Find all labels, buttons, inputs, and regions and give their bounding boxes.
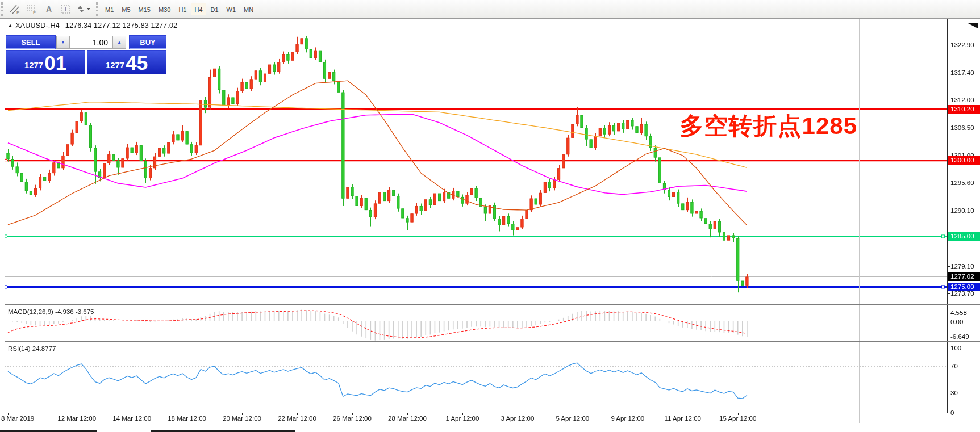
- tab-timeframe-m30[interactable]: M30: [155, 3, 174, 15]
- ask-price-prefix: 1277: [106, 58, 124, 73]
- collapse-arrow-icon[interactable]: ▲: [8, 23, 12, 28]
- price-axis-label: 1312.00: [950, 96, 974, 104]
- annotation-text: 多空转折点1285: [680, 110, 857, 142]
- price-axis-label: 1290.10: [950, 207, 974, 215]
- window-edge-line: [859, 19, 860, 423]
- toolbar-grip-2[interactable]: [96, 2, 99, 16]
- price-axis-label: 1279.10: [950, 262, 974, 270]
- window-bottom-border: [0, 429, 980, 429]
- equidistant-channel-icon[interactable]: E: [6, 2, 23, 16]
- volume-increase-button[interactable]: ▲: [112, 36, 126, 49]
- svg-text:T: T: [64, 6, 68, 12]
- time-axis-label: 9 Apr 12:00: [611, 415, 644, 422]
- time-axis-label: 11 Apr 12:00: [665, 415, 701, 422]
- bid-price-prefix: 1277: [24, 58, 43, 73]
- timeframe-bar: M1M5M15M30H1H4D1W1MN: [101, 0, 257, 19]
- price-axis-label: 1295.60: [950, 179, 974, 187]
- toolbar: E F A T: [0, 0, 980, 19]
- price-axis-line: [947, 19, 948, 413]
- text-box-icon[interactable]: T: [57, 2, 74, 16]
- arrow-objects-icon[interactable]: [74, 2, 91, 16]
- time-axis-label: 1 Apr 12:00: [445, 415, 479, 422]
- chart-canvas[interactable]: [5, 19, 980, 423]
- time-axis-label: 18 Mar 12:00: [168, 415, 206, 422]
- ask-price-pips: 45: [126, 53, 148, 73]
- tab-timeframe-d1[interactable]: D1: [207, 3, 222, 15]
- macd-scale-label: 0.00: [950, 318, 963, 326]
- taskbar-segment: [0, 430, 97, 432]
- rsi-scale-label: 70: [950, 362, 958, 370]
- price-axis-label: 1322.90: [950, 41, 974, 49]
- rsi-scale-label: 30: [950, 389, 958, 397]
- rsi-scale-label: 0: [950, 409, 954, 417]
- text-label-icon[interactable]: A: [40, 2, 57, 16]
- time-axis-label: 15 Apr 12:00: [719, 415, 756, 422]
- tab-timeframe-m1[interactable]: M1: [102, 3, 117, 15]
- tab-timeframe-h1[interactable]: H1: [175, 3, 190, 15]
- volume-decrease-button[interactable]: ▼: [56, 36, 70, 49]
- tab-timeframe-h4[interactable]: H4: [191, 3, 206, 15]
- price-badge: 1277.02: [948, 272, 980, 281]
- time-axis-label: 8 Mar 2019: [1, 415, 34, 422]
- tab-timeframe-w1[interactable]: W1: [223, 3, 240, 15]
- time-axis-label: 26 Mar 12:00: [333, 415, 372, 422]
- svg-text:A: A: [46, 5, 52, 14]
- macd-pane-label: MACD(12,26,9) -4.936 -3.675: [8, 308, 94, 315]
- time-axis-line: [5, 413, 980, 413]
- time-axis-label: 20 Mar 12:00: [223, 415, 261, 422]
- tab-timeframe-m15[interactable]: M15: [135, 3, 154, 15]
- time-axis-label: 3 Apr 12:00: [501, 415, 534, 422]
- rsi-scale-label: 100: [950, 344, 961, 352]
- trade-panel-row: SELL ▼ ▲ BUY: [6, 35, 166, 49]
- sell-button[interactable]: SELL: [6, 35, 56, 49]
- time-axis-label: 12 Mar 12:00: [57, 415, 96, 422]
- symbol-label: XAUUSD-,H4: [15, 22, 60, 30]
- chart-title: ▲XAUUSD-,H41276.34 1277.12 1275.83 1277.…: [8, 22, 177, 30]
- macd-scale-label: 4.558: [950, 309, 967, 317]
- tab-timeframe-mn[interactable]: MN: [240, 3, 257, 15]
- price-axis-label: 1317.40: [950, 69, 974, 77]
- pane-splitter-macd[interactable]: [5, 304, 980, 305]
- tab-timeframe-m5[interactable]: M5: [118, 3, 134, 15]
- one-click-trading-panel: SELL ▼ ▲ BUY 127701 127745: [6, 35, 166, 74]
- price-badge: 1300.00: [948, 156, 980, 165]
- price-badge: 1275.00: [948, 283, 980, 291]
- taskbar-segment: [151, 430, 295, 432]
- rsi-pane-label: RSI(14) 24.8777: [8, 345, 56, 352]
- time-axis-label: 22 Mar 12:00: [278, 415, 316, 422]
- buy-button[interactable]: BUY: [129, 35, 166, 49]
- fibonacci-icon[interactable]: F: [23, 2, 40, 16]
- bid-price[interactable]: 127701: [6, 50, 85, 74]
- price-axis-label: 1306.50: [950, 124, 974, 132]
- price-badge: 1285.00: [948, 232, 980, 241]
- price-badge: 1310.20: [948, 105, 980, 114]
- time-axis-label: 5 Apr 12:00: [556, 415, 589, 422]
- pane-splitter-rsi[interactable]: [5, 341, 980, 342]
- volume-input[interactable]: [70, 36, 112, 49]
- bid-price-pips: 01: [44, 53, 66, 73]
- ohlc-values: 1276.34 1277.12 1275.83 1277.02: [65, 22, 177, 30]
- toolbar-grip[interactable]: [1, 2, 4, 16]
- ask-price[interactable]: 127745: [87, 50, 166, 74]
- mt4-terminal: E F A T: [0, 0, 980, 432]
- time-axis-label: 28 Mar 12:00: [388, 415, 427, 422]
- chart-shift-marker: [967, 23, 978, 28]
- svg-text:F: F: [33, 10, 36, 15]
- macd-scale-label: -6.649: [950, 333, 969, 341]
- svg-text:E: E: [16, 10, 19, 15]
- time-axis-label: 14 Mar 12:00: [112, 415, 151, 422]
